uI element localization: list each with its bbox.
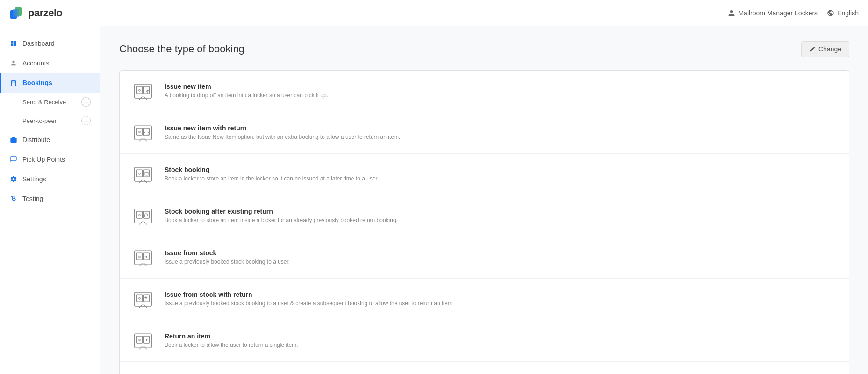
sidebar-label-pickup-points: Pick Up Points: [22, 156, 65, 163]
booking-text-issue-from-stock-return: Issue from stock with return Issue a pre…: [165, 291, 838, 308]
pencil-icon: [809, 46, 816, 52]
booking-icon-stock-booking-after-return: [131, 204, 155, 228]
svg-point-12: [139, 131, 140, 133]
booking-item-issue-from-stock[interactable]: Issue from stock Issue a previously book…: [120, 237, 849, 279]
sidebar-label-send-receive: Send & Receive: [22, 99, 66, 106]
peer-to-peer-add-btn[interactable]: +: [81, 116, 91, 125]
booking-item-return-item-as-stock[interactable]: Return an item as stock Create both an i…: [120, 362, 849, 374]
svg-point-6: [139, 90, 140, 91]
booking-desc-return-item: Book a locker to allow the user to retur…: [165, 341, 838, 349]
svg-rect-10: [137, 128, 143, 135]
booking-icon-stock-booking: [131, 162, 155, 187]
sidebar-item-accounts[interactable]: Accounts: [0, 53, 100, 73]
booking-text-issue-from-stock: Issue from stock Issue a previously book…: [165, 249, 838, 266]
send-receive-add-btn[interactable]: +: [81, 97, 91, 107]
booking-title-stock-booking-after-return: Stock booking after existing return: [165, 208, 838, 215]
sidebar: Dashboard Accounts Bookings Send & Recei…: [0, 26, 100, 374]
testing-icon: [9, 194, 18, 203]
sidebar-item-testing[interactable]: Testing: [0, 189, 100, 209]
sidebar-label-accounts: Accounts: [22, 59, 50, 67]
bookings-icon: [9, 79, 18, 87]
person-icon: [728, 9, 735, 17]
booking-title-return-item: Return an item: [165, 332, 838, 340]
sidebar-label-dashboard: Dashboard: [22, 40, 55, 47]
booking-desc-issue-from-stock: Issue a previously booked stock booking …: [165, 258, 838, 266]
sidebar-item-pickup-points[interactable]: Pick Up Points: [0, 150, 100, 169]
svg-point-25: [139, 215, 140, 216]
booking-item-issue-new-item[interactable]: Issue new item A booking to drop off an …: [120, 71, 849, 112]
booking-list: Issue new item A booking to drop off an …: [119, 70, 849, 374]
booking-item-issue-from-stock-return[interactable]: Issue from stock with return Issue a pre…: [120, 279, 849, 320]
booking-icon-issue-new-item-return: [131, 121, 155, 145]
sidebar-label-distribute: Distribute: [22, 136, 50, 144]
logo-text: parzelo: [28, 7, 63, 19]
svg-rect-36: [137, 295, 143, 302]
svg-rect-2: [13, 9, 19, 17]
sidebar-item-send-receive[interactable]: Send & Receive +: [0, 93, 100, 111]
svg-point-32: [139, 256, 140, 258]
sidebar-label-testing: Testing: [22, 195, 43, 202]
pickup-icon: [9, 155, 18, 164]
user-info: Mailroom Manager Lockers: [728, 9, 818, 17]
booking-text-stock-booking: Stock booking Book a locker to store an …: [165, 166, 838, 183]
booking-desc-issue-new-item: A booking to drop off an item into a loc…: [165, 92, 838, 100]
svg-rect-17: [144, 170, 150, 177]
lang-label: English: [837, 9, 859, 17]
booking-item-stock-booking[interactable]: Stock booking Book a locker to store an …: [120, 154, 849, 195]
booking-desc-stock-booking: Book a locker to store an item in the lo…: [165, 175, 838, 183]
svg-rect-16: [137, 170, 143, 177]
svg-point-44: [139, 339, 140, 341]
page-header: Choose the type of booking Change: [119, 41, 849, 57]
sidebar-item-peer-to-peer[interactable]: Peer-to-peer +: [0, 111, 100, 130]
booking-item-stock-booking-after-return[interactable]: Stock booking after existing return Book…: [120, 195, 849, 237]
sidebar-label-peer-to-peer: Peer-to-peer: [22, 117, 57, 124]
accounts-icon: [9, 59, 18, 67]
booking-text-issue-new-item: Issue new item A booking to drop off an …: [165, 83, 838, 100]
svg-rect-42: [137, 336, 143, 343]
dashboard-icon: [9, 39, 18, 48]
sidebar-label-settings: Settings: [22, 175, 46, 183]
booking-item-return-item[interactable]: Return an item Book a locker to allow th…: [120, 320, 849, 362]
user-label: Mailroom Manager Lockers: [738, 9, 818, 17]
booking-icon-return-item-as-stock: [131, 370, 155, 374]
booking-title-issue-from-stock: Issue from stock: [165, 249, 838, 257]
sidebar-item-settings[interactable]: Settings: [0, 169, 100, 189]
svg-point-38: [139, 298, 140, 299]
booking-title-issue-new-item: Issue new item: [165, 83, 838, 90]
sidebar-label-bookings: Bookings: [22, 79, 52, 86]
change-button[interactable]: Change: [801, 41, 849, 57]
logo: parzelo: [9, 6, 63, 21]
booking-text-stock-booking-after-return: Stock booking after existing return Book…: [165, 208, 838, 224]
sidebar-item-distribute[interactable]: Distribute: [0, 130, 100, 150]
svg-rect-30: [137, 253, 143, 260]
booking-title-issue-new-item-return: Issue new item with return: [165, 124, 838, 132]
svg-rect-23: [137, 211, 143, 218]
lang-info[interactable]: English: [827, 9, 859, 17]
booking-title-issue-from-stock-return: Issue from stock with return: [165, 291, 838, 298]
booking-icon-issue-from-stock: [131, 245, 155, 270]
page-title: Choose the type of booking: [119, 43, 244, 55]
booking-text-issue-new-item-return: Issue new item with return Same as the I…: [165, 124, 838, 141]
booking-item-issue-new-item-return[interactable]: Issue new item with return Same as the I…: [120, 112, 849, 154]
booking-desc-issue-from-stock-return: Issue a previously booked stock booking …: [165, 300, 838, 308]
sidebar-item-dashboard[interactable]: Dashboard: [0, 34, 100, 53]
settings-icon: [9, 175, 18, 183]
svg-rect-5: [144, 86, 150, 94]
change-btn-label: Change: [818, 45, 841, 53]
top-header: parzelo Mailroom Manager Lockers English: [0, 0, 868, 26]
svg-rect-21: [145, 172, 148, 175]
booking-title-stock-booking: Stock booking: [165, 166, 838, 173]
logo-icon: [9, 6, 24, 21]
app-body: Dashboard Accounts Bookings Send & Recei…: [0, 26, 868, 374]
booking-text-return-item: Return an item Book a locker to allow th…: [165, 332, 838, 349]
booking-icon-issue-new-item: [131, 79, 155, 103]
svg-point-18: [139, 173, 140, 174]
sidebar-item-bookings[interactable]: Bookings: [0, 73, 100, 93]
booking-icon-issue-from-stock-return: [131, 287, 155, 311]
globe-icon: [827, 9, 834, 17]
svg-rect-4: [137, 86, 143, 94]
distribute-icon: [9, 136, 18, 144]
booking-desc-issue-new-item-return: Same as the Issue New Item option, but w…: [165, 133, 838, 141]
main-content: Choose the type of booking Change: [100, 26, 868, 374]
booking-icon-return-item: [131, 329, 155, 353]
